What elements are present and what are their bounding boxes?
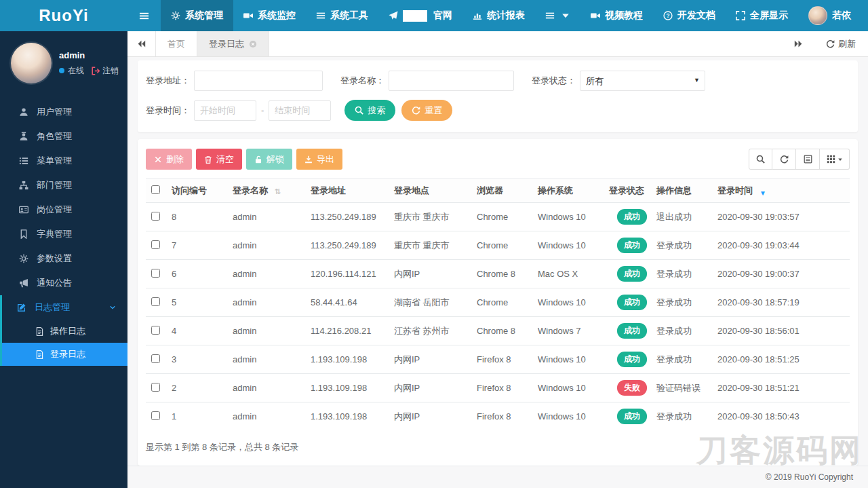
row-checkbox[interactable] (151, 326, 160, 335)
export-button[interactable]: 导出 (296, 149, 342, 170)
table-row[interactable]: 3 admin 1.193.109.198 内网IP Firefox 8 Win… (146, 345, 850, 374)
gear-icon (171, 11, 180, 20)
top-bar: RuoYi 系统管理 系统监控 系统工具 官网 统计报表 (0, 0, 868, 31)
col-header-browser[interactable]: 浏览器 (471, 179, 532, 203)
nav-item-system-tools[interactable]: 系统工具 (306, 0, 378, 31)
nav-item-more-menu[interactable] (535, 0, 580, 31)
sidebar-menu-item[interactable]: 角色管理 (0, 124, 127, 149)
user-menu[interactable]: 若依 (798, 0, 861, 31)
sidebar-toggle-button[interactable] (127, 0, 161, 31)
sidebar-item-log-manage[interactable]: 日志管理 (2, 295, 127, 320)
cell-time: 2020-09-30 18:51:25 (712, 345, 850, 374)
nav-item-video-tutorial[interactable]: 视频教程 (580, 0, 653, 31)
status-badge: 成功 (617, 266, 647, 282)
select-all-checkbox[interactable] (151, 185, 160, 194)
refresh-tab-button[interactable]: 刷新 (826, 38, 856, 50)
table-body: 8 admin 113.250.249.189 重庆市 重庆市 Chrome W… (146, 203, 850, 431)
table-row[interactable]: 4 admin 114.216.208.21 江苏省 苏州市 Chrome 8 … (146, 317, 850, 345)
menu-item-icon (18, 278, 29, 288)
cell-time: 2020-09-30 19:03:57 (712, 203, 850, 231)
login-status-select[interactable]: 所有 (580, 71, 705, 91)
table-refresh-button[interactable] (772, 149, 796, 170)
delete-button[interactable]: 删除 (146, 149, 192, 170)
sort-desc-icon[interactable]: ▼ (760, 189, 766, 197)
tabs-scroll-left-button[interactable] (127, 31, 155, 56)
sidebar-sub-item[interactable]: 操作日志 (2, 320, 127, 343)
cell-browser: Firefox 8 (471, 345, 532, 374)
nav-label: 统计报表 (487, 10, 525, 22)
sidebar-menu-item[interactable]: 字典管理 (0, 222, 127, 246)
login-name-input[interactable] (389, 71, 514, 91)
nav-label: 系统监控 (258, 10, 296, 22)
tab-login-log[interactable]: 登录日志 (197, 31, 269, 56)
row-checkbox[interactable] (151, 383, 160, 392)
status-badge: 成功 (617, 323, 647, 339)
start-time-input[interactable] (194, 100, 256, 121)
table-row[interactable]: 5 admin 58.44.41.64 湖南省 岳阳市 Chrome Windo… (146, 288, 850, 317)
table-search-toggle-button[interactable] (749, 149, 772, 170)
col-header-addr[interactable]: 登录地址 (305, 179, 389, 203)
col-header-name[interactable]: 登录名称⇅ (227, 179, 305, 203)
col-header-id[interactable]: 访问编号 (166, 179, 227, 203)
detail-list-icon (804, 155, 812, 164)
tab-home[interactable]: 首页 (155, 31, 197, 56)
sort-both-icon[interactable]: ⇅ (275, 187, 281, 196)
row-checkbox[interactable] (151, 240, 160, 249)
cell-location: 内网IP (389, 260, 471, 288)
tabs-scroll-right-button[interactable] (785, 39, 812, 48)
sidebar-menu: 用户管理 角色管理 菜单管理 部门管理 岗位管理 (0, 100, 127, 366)
table-columns-button[interactable] (820, 149, 850, 170)
table-row[interactable]: 1 admin 1.193.109.198 内网IP Firefox 8 Win… (146, 402, 850, 431)
row-checkbox[interactable] (151, 354, 160, 363)
nav-item-system-monitor[interactable]: 系统监控 (233, 0, 306, 31)
cell-id: 3 (166, 345, 227, 374)
unlock-button[interactable]: 解锁 (246, 149, 292, 170)
col-header-message[interactable]: 操作信息 (651, 179, 712, 203)
clear-button[interactable]: 清空 (196, 149, 242, 170)
sidebar-menu-item[interactable]: 参数设置 (0, 246, 127, 271)
row-checkbox[interactable] (151, 212, 160, 221)
cell-time: 2020-09-30 19:00:37 (712, 260, 850, 288)
login-addr-input[interactable] (194, 71, 323, 91)
col-header-status[interactable]: 登录状态 (604, 179, 651, 203)
col-header-os[interactable]: 操作系统 (532, 179, 604, 203)
close-icon[interactable] (249, 40, 257, 48)
logout-link[interactable]: 注销 (92, 65, 119, 77)
cell-name: admin (227, 345, 305, 374)
row-checkbox[interactable] (151, 297, 160, 306)
menu-item-label: 字典管理 (37, 228, 72, 240)
sidebar-menu-item[interactable]: 菜单管理 (0, 149, 127, 173)
tab-label: 登录日志 (209, 38, 244, 50)
cell-name: admin (227, 374, 305, 402)
search-button[interactable]: 搜索 (344, 100, 395, 121)
nav-item-official-site[interactable]: 官网 (378, 0, 462, 31)
table-detail-view-button[interactable] (796, 149, 820, 170)
col-header-time[interactable]: 登录时间▼ (712, 179, 850, 203)
sidebar-menu-item[interactable]: 通知公告 (0, 271, 127, 295)
row-checkbox[interactable] (151, 269, 160, 278)
cell-time: 2020-09-30 18:50:43 (712, 402, 850, 431)
nav-label: 系统工具 (330, 10, 368, 22)
table-row[interactable]: 8 admin 113.250.249.189 重庆市 重庆市 Chrome W… (146, 203, 850, 231)
row-checkbox[interactable] (151, 411, 160, 420)
reset-button[interactable]: 重置 (401, 100, 452, 121)
cell-os: Mac OS X (532, 260, 604, 288)
col-header-location[interactable]: 登录地点 (389, 179, 471, 203)
sidebar-menu-item[interactable]: 部门管理 (0, 173, 127, 198)
cell-browser: Chrome (471, 231, 532, 260)
status-badge: 成功 (617, 352, 647, 367)
table-row[interactable]: 6 admin 120.196.114.121 内网IP Chrome 8 Ma… (146, 260, 850, 288)
nav-item-fullscreen[interactable]: 全屏显示 (726, 0, 798, 31)
end-time-input[interactable] (269, 100, 331, 121)
nav-item-report[interactable]: 统计报表 (462, 0, 535, 31)
sidebar-sub-item[interactable]: 登录日志 (2, 343, 127, 366)
sidebar-menu-item[interactable]: 用户管理 (0, 100, 127, 124)
sidebar-menu-item[interactable]: 岗位管理 (0, 198, 127, 222)
table-row[interactable]: 2 admin 1.193.109.198 内网IP Firefox 8 Win… (146, 374, 850, 402)
cell-location: 内网IP (389, 374, 471, 402)
status-badge: 成功 (617, 295, 647, 310)
nav-item-system-manage[interactable]: 系统管理 (161, 0, 233, 31)
avatar[interactable] (11, 43, 52, 83)
table-row[interactable]: 7 admin 113.250.249.189 重庆市 重庆市 Chrome W… (146, 231, 850, 260)
nav-item-dev-docs[interactable]: ? 开发文档 (653, 0, 726, 31)
